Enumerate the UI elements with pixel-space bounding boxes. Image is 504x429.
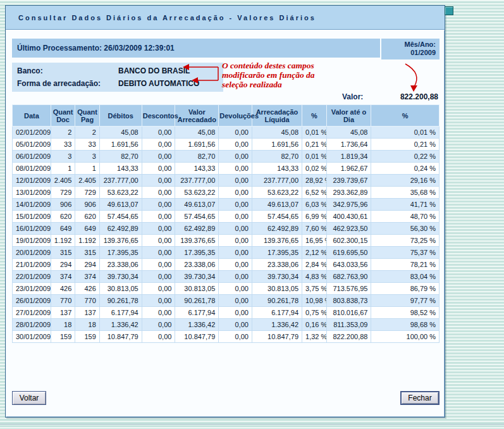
- collection-type-value: DEBITO AUTOMATICO: [118, 79, 199, 88]
- cell-date: 06/01/2009: [13, 151, 51, 163]
- cell-date: 08/01/2009: [13, 163, 51, 175]
- cell-value: 0,00: [219, 283, 252, 295]
- cell-value: 649: [51, 223, 75, 235]
- column-header: Data: [13, 105, 51, 127]
- cell-value: 33: [75, 139, 100, 151]
- cell-value: 10.847,79: [99, 331, 142, 343]
- cell-value: 6.177,94: [99, 307, 142, 319]
- cell-value: 23.338,06: [99, 259, 142, 271]
- cell-date: 22/01/2009: [13, 271, 51, 283]
- cell-value: 0,00: [142, 223, 175, 235]
- curved-arrow-line: [405, 64, 417, 87]
- cell-value: 23.338,06: [175, 259, 219, 271]
- cell-value: 98,68 %: [371, 319, 439, 331]
- cell-value: 0,00: [142, 307, 175, 319]
- table-row: 23/01/200942642630.813,050,0030.813,050,…: [13, 283, 439, 295]
- table-row: 27/01/20091371376.177,940,006.177,940,00…: [13, 307, 439, 319]
- cell-value: 82,70: [252, 151, 302, 163]
- cell-value: 98,52 %: [371, 307, 439, 319]
- cell-value: 729: [51, 187, 75, 199]
- table-row: 20/01/200931531517.395,350,0017.395,350,…: [13, 247, 439, 259]
- cell-value: 0,02 %: [302, 163, 327, 175]
- window-title: Consultar Dados Diários da Arrecadação -…: [18, 14, 316, 22]
- cell-value: 45,08: [252, 127, 302, 139]
- cell-value: 56,30 %: [371, 223, 439, 235]
- cell-value: 3: [51, 151, 75, 163]
- cell-value: 0,00: [219, 127, 252, 139]
- cell-value: 0,00: [142, 175, 175, 187]
- cell-value: 906: [51, 199, 75, 211]
- cell-value: 729: [75, 187, 100, 199]
- table-header: DataQuant DocQuant PagDébitosDescontosVa…: [13, 105, 439, 127]
- column-header: %: [371, 105, 439, 127]
- cell-value: 137: [51, 307, 75, 319]
- cell-value: 0,01 %: [302, 151, 327, 163]
- cell-value: 75,37 %: [371, 247, 439, 259]
- cell-value: 0,00: [142, 283, 175, 295]
- cell-date: 14/01/2009: [13, 199, 51, 211]
- cell-value: 0,21 %: [302, 139, 327, 151]
- cell-value: 0,00: [219, 199, 252, 211]
- window-corner-button[interactable]: [445, 6, 453, 15]
- cell-date: 05/01/2009: [13, 139, 51, 151]
- cell-value: 294: [75, 259, 100, 271]
- cell-value: 39.730,34: [99, 271, 142, 283]
- cell-value: 139.376,65: [99, 235, 142, 247]
- cell-value: 45,08: [326, 127, 371, 139]
- cell-value: 17.395,35: [99, 247, 142, 259]
- cell-value: 45,08: [175, 127, 219, 139]
- table-row: 13/01/200972972953.623,220,0053.623,220,…: [13, 187, 439, 199]
- cell-value: 7,60 %: [302, 223, 327, 235]
- table-row: 05/01/200933331.691,560,001.691,560,001.…: [13, 139, 439, 151]
- cell-value: 643.033,56: [326, 259, 371, 271]
- cell-value: 0,00: [142, 151, 175, 163]
- cell-value: 315: [51, 247, 75, 259]
- table-row: 02/01/20092245,080,0045,080,0045,080,01 …: [13, 127, 439, 139]
- cell-value: 100,00 %: [371, 331, 439, 343]
- cell-value: 2,84 %: [302, 259, 327, 271]
- cell-value: 53.623,22: [252, 187, 302, 199]
- valor-label: Valor:: [342, 92, 363, 101]
- cell-value: 90.261,78: [252, 295, 302, 307]
- cell-date: 21/01/2009: [13, 259, 51, 271]
- cell-value: 0,00: [219, 223, 252, 235]
- cell-value: 97,77 %: [371, 295, 439, 307]
- month-year-label: Mês/Ano:: [385, 40, 436, 49]
- cell-date: 28/01/2009: [13, 319, 51, 331]
- cell-value: 0,00: [142, 295, 175, 307]
- cell-value: 0,22 %: [371, 151, 439, 163]
- cell-value: 30.813,05: [175, 283, 219, 295]
- cell-value: 649: [75, 223, 100, 235]
- cell-value: 1.691,56: [99, 139, 142, 151]
- cell-value: 62.492,89: [99, 223, 142, 235]
- cell-value: 1.192: [51, 235, 75, 247]
- daily-values-table: DataQuant DocQuant PagDébitosDescontosVa…: [12, 104, 439, 343]
- cell-value: 0,00: [219, 235, 252, 247]
- cell-value: 462.923,50: [326, 223, 371, 235]
- cell-value: 90.261,78: [175, 295, 219, 307]
- fechar-button[interactable]: Fechar: [400, 391, 439, 405]
- cell-value: 0,00: [142, 127, 175, 139]
- cell-value: 294: [51, 259, 75, 271]
- cell-value: 620: [51, 211, 75, 223]
- cell-value: 0,00: [142, 319, 175, 331]
- cell-date: 27/01/2009: [13, 307, 51, 319]
- cell-value: 342.975,96: [326, 199, 371, 211]
- cell-value: 602.300,15: [326, 235, 371, 247]
- voltar-button[interactable]: Voltar: [12, 391, 46, 405]
- cell-value: 0,00: [219, 187, 252, 199]
- cell-value: 143,33: [99, 163, 142, 175]
- cell-date: 20/01/2009: [13, 247, 51, 259]
- cell-date: 26/01/2009: [13, 295, 51, 307]
- cell-value: 35,68 %: [371, 187, 439, 199]
- cell-value: 159: [75, 331, 100, 343]
- cell-value: 143,33: [175, 163, 219, 175]
- annotation-note: O conteúdo destes campos modificarão em …: [222, 61, 352, 89]
- cell-value: 1: [75, 163, 100, 175]
- cell-value: 90.261,78: [99, 295, 142, 307]
- cell-value: 906: [75, 199, 100, 211]
- cell-value: 6,52 %: [302, 187, 327, 199]
- cell-value: 426: [75, 283, 100, 295]
- filters-panel: Banco: BANCO DO BRASIL Forma de arrecada…: [12, 63, 223, 92]
- desktop-background: Consultar Dados Diários da Arrecadação -…: [0, 0, 504, 429]
